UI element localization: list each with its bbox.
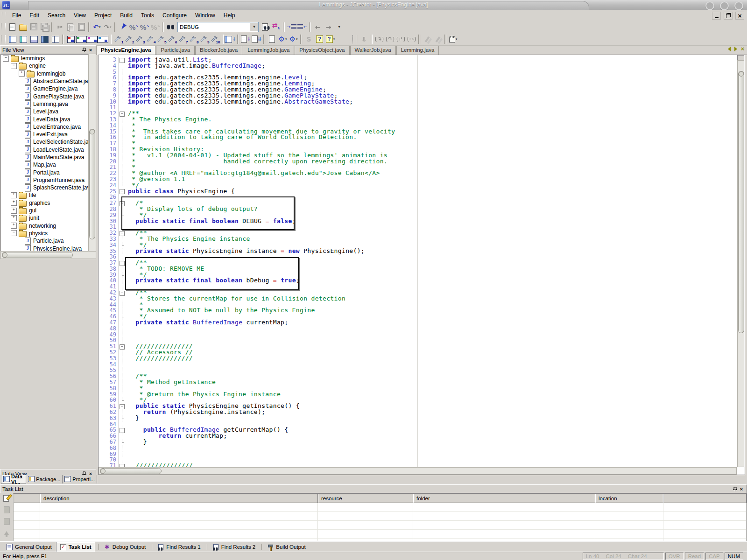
view-class-list-icon[interactable] (18, 34, 28, 44)
editor-tab-blockerjob-java[interactable]: BlockerJob.java (195, 46, 242, 55)
ant-build-icon[interactable]: S (303, 34, 314, 44)
edit-task-icon[interactable] (3, 506, 10, 513)
new-file-icon[interactable] (7, 22, 18, 32)
indent-icon[interactable]: → (286, 22, 297, 32)
fold-collapse-icon[interactable] (119, 403, 125, 409)
workspace-view-3-icon[interactable] (87, 34, 98, 44)
file-tree-item[interactable]: JSplashScreenState.java (1, 184, 95, 191)
file-tree-item[interactable]: +graphics (1, 199, 95, 207)
debug-project-icon[interactable]: ⚙▾ (288, 34, 299, 44)
file-tree-item[interactable]: JMap.java (1, 161, 95, 168)
editor-hscrollbar[interactable] (99, 467, 737, 475)
column-header-empty[interactable] (663, 494, 747, 503)
menu-file[interactable]: File (8, 11, 25, 20)
editor-vscroll-thumb[interactable] (738, 71, 744, 333)
context-help-icon[interactable]: ? (314, 34, 325, 44)
file-tree-item[interactable]: JParticle.java (1, 237, 95, 245)
code-editor[interactable]: 3import java.util.List;4import java.awt.… (99, 55, 737, 467)
expand-icon[interactable]: + (11, 208, 17, 214)
output-tab-build-output[interactable]: Build Output (264, 542, 309, 552)
dock-tab-datavi[interactable]: Data Vi... (1, 475, 26, 484)
toolbar-more-icon[interactable]: ▾ (334, 22, 345, 32)
editor-tab-lemmingjob-java[interactable]: LemmingJob.java (243, 46, 294, 55)
fold-collapse-icon[interactable] (119, 343, 125, 350)
file-tree-item[interactable]: JGameEngine.java (1, 85, 95, 92)
tool-10-icon[interactable]: 10 (210, 34, 220, 44)
toolbar-grip[interactable] (1, 23, 6, 31)
column-header-empty[interactable] (14, 494, 40, 503)
run-file-icon[interactable] (267, 34, 277, 44)
toolbar-grip[interactable] (352, 35, 357, 43)
save-icon[interactable] (28, 22, 39, 32)
tool-6-icon[interactable]: 6 (167, 34, 177, 44)
redo-icon[interactable]: ↷▾ (102, 22, 113, 32)
fold-collapse-icon[interactable] (119, 111, 125, 117)
file-view-pin-icon[interactable] (81, 47, 87, 53)
editor-tab-lemming-java[interactable]: Lemming.java (396, 46, 439, 55)
tool-1-icon[interactable]: 1 (113, 34, 124, 44)
menu-edit[interactable]: Edit (25, 11, 43, 20)
workspace-view-2-icon[interactable] (76, 34, 87, 44)
find-icon[interactable] (165, 22, 176, 32)
file-view-vscroll-thumb[interactable] (89, 129, 95, 239)
delete-task-icon[interactable] (3, 518, 10, 525)
cut-icon[interactable]: ✂ (55, 22, 65, 32)
file-tree-item[interactable]: JLoadLevelState.java (1, 146, 95, 154)
editor-tab-walkerjob-java[interactable]: WalkerJob.java (350, 46, 396, 55)
tool-8-icon[interactable]: 8 (188, 34, 199, 44)
file-tree-item[interactable]: +file (1, 191, 95, 199)
copy-icon[interactable] (65, 22, 76, 32)
editor-tab-physicsobject-java[interactable]: PhysicsObject.java (295, 46, 349, 55)
fold-collapse-icon[interactable] (119, 189, 125, 195)
menu-project[interactable]: Project (90, 11, 116, 20)
collapse-icon[interactable]: − (11, 63, 17, 69)
fold-collapse-icon[interactable] (119, 260, 125, 266)
replace-icon[interactable]: ⇄↻ (271, 22, 282, 32)
navigate-back-icon[interactable]: ← (312, 22, 323, 32)
workspace-view-1-icon[interactable] (65, 34, 76, 44)
file-tree-item[interactable]: −physics (1, 230, 95, 237)
minimize-button[interactable] (705, 1, 714, 10)
view-fullscreen-icon[interactable] (39, 34, 50, 44)
dock-tab-properti[interactable]: Properti... (63, 475, 97, 483)
task-row[interactable] (14, 512, 747, 521)
file-tree-item[interactable]: JGamePlayState.java (1, 92, 95, 100)
file-tree-item[interactable]: +junit (1, 214, 95, 222)
tool-7-icon[interactable]: 7 (177, 34, 188, 44)
view-file-list-icon[interactable] (7, 34, 18, 44)
file-tree-item[interactable]: JLevelData.java (1, 115, 95, 123)
run-to-cursor-icon[interactable]: {↦} (406, 34, 417, 44)
task-list-pin-icon[interactable] (732, 486, 738, 492)
expand-icon[interactable]: + (11, 215, 17, 221)
dock-tab-package[interactable]: Package... (26, 475, 63, 483)
fold-collapse-icon[interactable] (119, 427, 125, 433)
workspace-view-4-icon[interactable] (98, 34, 108, 44)
expand-icon[interactable]: + (11, 200, 17, 206)
menu-help[interactable]: Help (219, 11, 240, 20)
editor-tab-physicsengine-java[interactable]: PhysicsEngine.java (96, 46, 155, 55)
menubar-grip[interactable] (2, 12, 6, 19)
tool-2-icon[interactable]: 2 (124, 34, 134, 44)
build-project-icon[interactable]: ⇊ (251, 34, 262, 44)
file-view-hscroll-thumb[interactable] (2, 252, 73, 258)
output-tab-task-list[interactable]: ✓Task List (56, 542, 95, 552)
fold-collapse-icon[interactable] (119, 463, 125, 467)
file-tree-item[interactable]: +networking (1, 222, 95, 230)
navigate-forward-icon[interactable]: → (323, 22, 334, 32)
file-tree-item[interactable]: JLemming.java (1, 100, 95, 108)
match-brace-icon[interactable]: %↘ (150, 22, 161, 32)
file-view-tree[interactable]: −lemmings−engine+lemmingjobJAbstractGame… (0, 54, 96, 253)
collapse-icon[interactable]: − (11, 230, 17, 236)
output-tab-find-results-1[interactable]: Find Results 1 (154, 542, 204, 552)
menu-search[interactable]: Search (43, 11, 70, 20)
file-tree-item[interactable]: −lemmings (1, 55, 95, 62)
task-row[interactable] (14, 521, 747, 530)
menu-window[interactable]: Window (191, 11, 219, 20)
file-tree-item[interactable]: JLevelExit.java (1, 131, 95, 138)
mdi-restore-button[interactable] (724, 12, 733, 20)
view-output-pane-icon[interactable] (28, 34, 39, 44)
column-header-resource[interactable]: resource (318, 494, 413, 503)
task-list-grid[interactable]: descriptionresourcefolderlocation (14, 493, 747, 541)
run-project-icon[interactable]: ⚙▾ (277, 34, 288, 44)
title-bar[interactable]: JC Lemmings - JCreator - [PhysicsEngine.… (0, 0, 747, 11)
